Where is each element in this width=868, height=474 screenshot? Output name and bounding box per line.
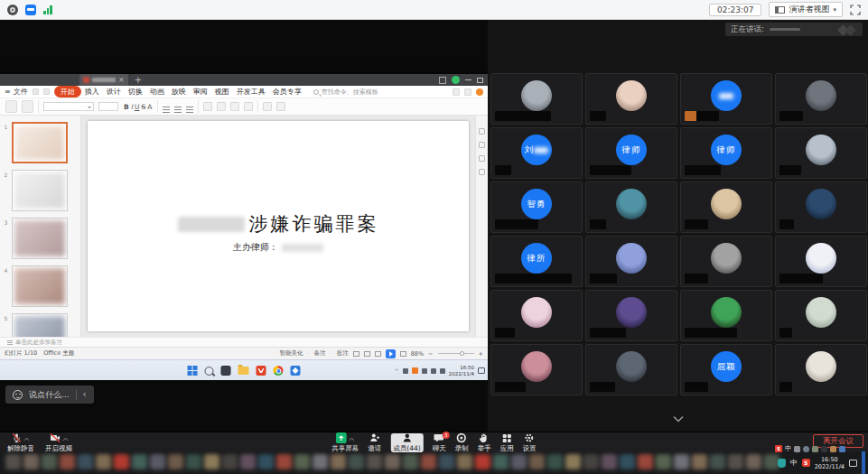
settings-button[interactable]: 设置	[523, 433, 537, 452]
host-clock[interactable]: 16:50 2022/11/4	[815, 456, 845, 470]
volume-icon[interactable]	[431, 368, 436, 374]
microphone-tray-icon[interactable]	[403, 368, 408, 374]
format-painter-button[interactable]	[22, 100, 33, 113]
taskbar-app-icon-blurred[interactable]	[457, 454, 472, 469]
taskbar-app-icon-blurred[interactable]	[186, 454, 201, 469]
raise-hand-button[interactable]: 举手	[478, 433, 491, 452]
tray-expand-chevron[interactable]: ^	[395, 367, 399, 374]
taskbar-app-icon-blurred[interactable]	[23, 454, 39, 469]
slide-thumbnail-2[interactable]	[12, 170, 68, 211]
taskbar-app-icon-blurred[interactable]	[367, 454, 382, 469]
chevron-up-icon[interactable]	[62, 435, 69, 443]
taskbar-app-icon-blurred[interactable]	[475, 454, 490, 469]
sogou-ime-icon[interactable]: S	[775, 445, 782, 452]
microphone-off-button[interactable]: 解除静音	[7, 433, 34, 452]
wps-tab-7[interactable]: 审阅	[190, 87, 211, 97]
new-tab-icon[interactable]: +	[135, 76, 142, 85]
taskbar-app-icon-blurred[interactable]	[746, 454, 761, 469]
taskbar-app-icon-blurred[interactable]	[529, 454, 545, 469]
speaker-view-button[interactable]: 演讲者视图 ▾	[769, 2, 843, 17]
theme-name[interactable]: Office 主题	[43, 349, 74, 358]
participant-tile-4[interactable]	[775, 73, 867, 125]
participant-tile-12[interactable]	[775, 181, 867, 233]
slide-thumbnail-5[interactable]	[12, 313, 68, 337]
taskbar-app-icon-blurred[interactable]	[42, 454, 57, 469]
tray-mic-icon[interactable]	[812, 446, 818, 452]
taskbar-app-icon-blurred[interactable]	[565, 454, 581, 469]
chrome-icon[interactable]	[274, 366, 284, 376]
notes-bar[interactable]: 单击此处添加备注	[0, 337, 488, 347]
taskbar-app-icon-blurred[interactable]	[421, 454, 436, 469]
notification-center-icon[interactable]	[478, 367, 485, 374]
paste-button[interactable]	[5, 100, 17, 113]
taskbar-app-icon-blurred[interactable]	[439, 454, 454, 469]
chevron-up-icon[interactable]	[349, 435, 355, 443]
taskbar-app-icon-blurred[interactable]	[78, 454, 93, 469]
taskbar-app-icon-blurred[interactable]	[96, 454, 111, 469]
share-screen-button[interactable]: 共享屏幕	[331, 433, 359, 452]
smart-beautify-button[interactable]: 智能美化	[279, 349, 303, 358]
show-desktop-strip[interactable]	[862, 451, 865, 474]
wordart-button[interactable]	[244, 102, 253, 111]
record-button[interactable]: 录制	[455, 433, 469, 452]
wps-tab-3[interactable]: 设计	[103, 87, 125, 97]
reading-view-icon[interactable]	[375, 351, 381, 357]
taskbar-app-icon-blurred[interactable]	[602, 454, 617, 469]
quick-chat-pill[interactable]: 说点什么... ‹	[5, 386, 94, 404]
wps-tab-9[interactable]: 开发工具	[233, 87, 269, 97]
wps-app-icon[interactable]	[257, 366, 266, 376]
notification-center-icon[interactable]	[849, 460, 857, 467]
tray-chevron-icon[interactable]	[794, 446, 800, 452]
participant-tile-14[interactable]	[585, 236, 677, 287]
slide-sorter-icon[interactable]	[364, 351, 370, 357]
participant-tile-13[interactable]: 律所	[490, 236, 583, 287]
slideshow-play-button[interactable]	[386, 349, 396, 358]
fit-window-icon[interactable]	[400, 351, 406, 357]
collapse-chat-icon[interactable]: ‹	[83, 390, 87, 399]
taskbar-app-icon-blurred[interactable]	[620, 454, 635, 469]
font-size-select[interactable]	[98, 102, 118, 111]
taskbar-app-icon-blurred[interactable]	[656, 454, 671, 469]
normal-view-icon[interactable]	[353, 351, 359, 357]
workspace-icon[interactable]	[439, 77, 446, 84]
textbox-button[interactable]	[203, 102, 212, 111]
command-search[interactable]: 查找命令、搜索模板	[313, 88, 378, 97]
gear-icon[interactable]	[7, 5, 18, 15]
taskbar-app-icon-blurred[interactable]	[692, 454, 707, 469]
zoom-slider-knob[interactable]	[460, 351, 464, 356]
maximize-icon[interactable]	[477, 78, 483, 83]
zoom-in-button[interactable]: +	[479, 350, 483, 358]
minimize-icon[interactable]	[465, 79, 471, 80]
slide-thumbnail-3[interactable]	[12, 218, 68, 259]
format-a-button[interactable]: A	[146, 103, 153, 111]
wps-document-tab[interactable]: ×	[79, 74, 128, 86]
search-icon[interactable]	[205, 367, 214, 376]
participant-tile-21[interactable]	[490, 344, 583, 395]
taskbar-app-icon-blurred[interactable]	[547, 454, 563, 469]
find-replace-button[interactable]	[263, 102, 272, 111]
slide-thumbnail-4[interactable]	[12, 265, 68, 307]
taskbar-app-icon-blurred[interactable]	[710, 454, 725, 469]
photos-app-icon[interactable]	[291, 366, 301, 376]
taskbar-app-icon-blurred[interactable]	[60, 454, 75, 469]
cloud-icon[interactable]	[464, 88, 471, 96]
participant-tile-6[interactable]: 律师	[585, 127, 677, 179]
ime-language-indicator[interactable]: 中	[785, 444, 791, 453]
format-s-button[interactable]: S	[140, 103, 146, 111]
participant-tile-15[interactable]	[680, 236, 772, 287]
chevron-up-icon[interactable]	[23, 435, 30, 443]
taskbar-app-icon-blurred[interactable]	[240, 454, 256, 469]
fullscreen-icon[interactable]	[850, 5, 861, 15]
taskbar-app-icon-blurred[interactable]	[331, 454, 346, 469]
participant-tile-3[interactable]	[680, 73, 772, 125]
file-explorer-icon[interactable]	[238, 367, 249, 375]
scroll-more-chevron[interactable]	[670, 414, 686, 424]
participant-tile-24[interactable]	[775, 344, 867, 395]
sogou-ime-icon[interactable]: S	[802, 459, 810, 467]
taskbar-app-icon-blurred[interactable]	[728, 454, 743, 469]
participant-tile-7[interactable]: 律师	[680, 127, 772, 179]
tray-drive-icon[interactable]	[839, 446, 845, 452]
taskbar-app-icon-blurred[interactable]	[168, 454, 183, 469]
participant-tile-9[interactable]: 智勇	[490, 181, 583, 233]
properties-tab-icon[interactable]	[479, 128, 485, 135]
